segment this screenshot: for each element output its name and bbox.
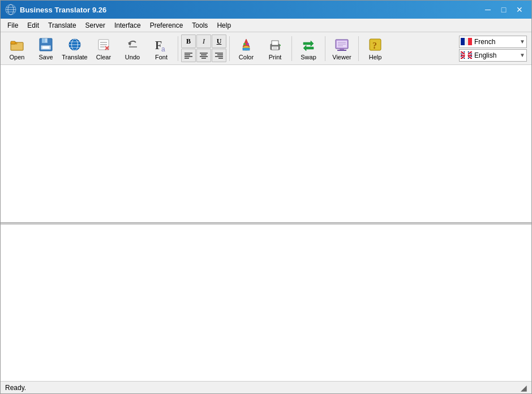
source-lang-name: French: [474, 38, 520, 46]
translate-button[interactable]: Translate: [61, 34, 89, 63]
print-icon: [267, 37, 283, 53]
target-lang-arrow: ▼: [520, 52, 525, 58]
title-bar-left: Business Translator 9.26: [5, 4, 106, 15]
swap-button[interactable]: Swap: [294, 34, 323, 63]
target-language-select[interactable]: English ▼: [459, 49, 527, 62]
save-button[interactable]: Save: [32, 34, 60, 63]
viewer-label: Viewer: [332, 54, 351, 60]
menu-tools[interactable]: Tools: [187, 20, 212, 31]
save-icon: [38, 37, 54, 53]
svg-text:a: a: [161, 45, 165, 53]
translate-icon: [67, 37, 83, 53]
color-icon: [238, 37, 254, 53]
separator-3: [291, 36, 292, 61]
save-label: Save: [38, 54, 53, 60]
svg-rect-40: [243, 48, 250, 50]
svg-text:?: ?: [372, 41, 377, 50]
source-language-select[interactable]: French ▼: [459, 36, 527, 48]
bold-button[interactable]: B: [181, 34, 196, 48]
undo-label: Undo: [125, 54, 140, 60]
translate-label: Translate: [62, 54, 87, 60]
svg-rect-46: [280, 45, 281, 46]
swap-icon: [301, 37, 316, 53]
svg-point-42: [247, 43, 249, 45]
undo-icon: [125, 37, 140, 53]
svg-rect-45: [272, 46, 278, 50]
svg-rect-6: [11, 41, 15, 44]
swap-label: Swap: [301, 54, 316, 60]
open-label: Open: [10, 54, 25, 60]
help-icon: ?: [367, 37, 383, 53]
svg-rect-11: [42, 46, 49, 49]
minimize-button[interactable]: ─: [480, 3, 495, 16]
print-button[interactable]: Print: [261, 34, 289, 63]
separator-1: [178, 36, 178, 61]
underline-button[interactable]: U: [212, 34, 226, 48]
target-text-panel[interactable]: [1, 224, 531, 382]
italic-button[interactable]: I: [196, 34, 211, 48]
source-lang-arrow: ▼: [520, 38, 525, 45]
svg-rect-55: [337, 50, 346, 51]
align-row: [181, 49, 226, 62]
align-left-button[interactable]: [181, 49, 196, 62]
help-label: Help: [369, 54, 382, 60]
menu-file[interactable]: File: [3, 20, 23, 31]
source-text-panel[interactable]: [1, 65, 531, 222]
content-area: [1, 65, 531, 381]
source-lang-flag: [461, 38, 472, 46]
print-label: Print: [269, 54, 282, 60]
status-bar: Ready. ◢: [1, 381, 531, 393]
title-text: Business Translator 9.26: [20, 6, 106, 14]
menu-edit[interactable]: Edit: [23, 20, 44, 31]
target-lang-flag: [461, 51, 472, 59]
language-selects: French ▼ English ▼: [459, 36, 527, 62]
resize-handle[interactable]: ◢: [521, 383, 527, 392]
undo-button[interactable]: Undo: [118, 34, 147, 63]
menu-preference[interactable]: Preference: [145, 20, 188, 31]
clear-label: Clear: [96, 54, 111, 60]
align-center-button[interactable]: [196, 49, 211, 62]
font-icon: F a: [153, 37, 169, 53]
app-icon: [5, 4, 16, 15]
main-window: Business Translator 9.26 ─ □ ✕ File Edit…: [0, 0, 532, 394]
menu-interface[interactable]: Interface: [110, 20, 145, 31]
align-right-button[interactable]: [212, 49, 226, 62]
font-button[interactable]: F a Font: [147, 34, 175, 63]
open-icon: [9, 37, 25, 53]
svg-rect-44: [272, 41, 278, 45]
text-format-row: B I U: [181, 34, 226, 48]
menu-translate[interactable]: Translate: [44, 20, 81, 31]
separator-4: [325, 36, 325, 61]
close-button[interactable]: ✕: [512, 3, 527, 16]
format-group: B I U: [181, 34, 226, 63]
clear-button[interactable]: Clear: [89, 34, 118, 63]
separator-2: [229, 36, 230, 61]
svg-rect-9: [45, 38, 47, 42]
color-button[interactable]: Color: [232, 34, 260, 63]
viewer-button[interactable]: Viewer: [328, 34, 356, 63]
help-button[interactable]: ? Help: [361, 34, 389, 63]
title-bar: Business Translator 9.26 ─ □ ✕: [1, 1, 531, 19]
font-label: Font: [155, 54, 168, 60]
svg-point-41: [243, 43, 246, 45]
menu-bar: File Edit Translate Server Interface Pre…: [1, 19, 531, 32]
toolbar: Open Save: [1, 32, 531, 65]
maximize-button[interactable]: □: [496, 3, 511, 16]
svg-marker-23: [128, 42, 131, 46]
color-label: Color: [239, 54, 254, 60]
viewer-icon: [334, 37, 350, 53]
target-lang-name: English: [474, 51, 520, 59]
status-text: Ready.: [5, 384, 26, 392]
clear-icon: [96, 37, 111, 53]
open-button[interactable]: Open: [3, 34, 31, 63]
separator-5: [358, 36, 359, 61]
menu-server[interactable]: Server: [81, 20, 110, 31]
title-buttons: ─ □ ✕: [480, 3, 527, 16]
menu-help[interactable]: Help: [212, 20, 235, 31]
